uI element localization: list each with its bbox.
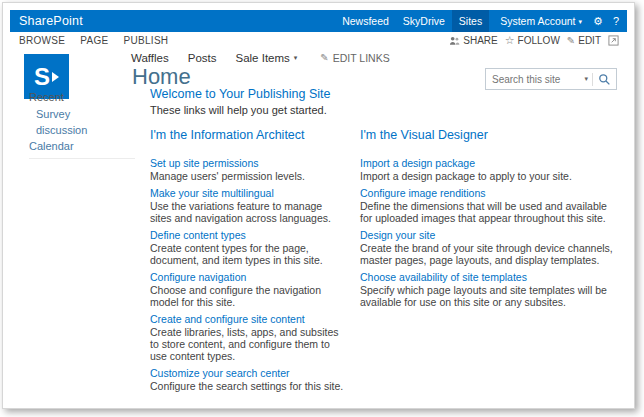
main-area: S Waffles Posts Sale Items▾ ✎EDIT LINKS … [10,49,627,401]
sidebar-divider [29,158,135,159]
list-item: Create and configure site content Create… [150,313,346,362]
column-heading: I'm the Visual Designer [360,128,616,142]
list-item: Define content types Create content type… [150,229,346,266]
list-item: Make your site multilingual Use the vari… [150,187,346,224]
link-description: Manage users' permission levels. [150,170,346,182]
search-scope-dropdown[interactable]: ▾ [580,75,592,83]
topnav-label: Posts [188,52,217,64]
edit-links-label: EDIT LINKS [333,52,390,64]
link-design-your-site[interactable]: Design your site [360,229,616,241]
ribbon-tabs: BROWSE PAGE PUBLISH [10,35,168,46]
list-item: Choose availability of site templates Sp… [360,271,616,308]
link-configure-navigation[interactable]: Configure navigation [150,271,346,283]
topnav-item-sale-items[interactable]: Sale Items▾ [235,52,297,64]
account-menu[interactable]: System Account▾ [489,10,588,32]
topnav-item-posts[interactable]: Posts [188,52,217,64]
column-heading: I'm the Information Architect [150,128,346,142]
link-description: Configure the search settings for this s… [150,380,346,392]
suite-link-newsfeed[interactable]: Newsfeed [335,10,396,32]
edit-button[interactable]: ✎ EDIT [567,35,601,46]
search-input[interactable] [486,74,580,85]
topnav-item-waffles[interactable]: Waffles [131,52,169,64]
list-item: Configure image renditions Define the di… [360,187,616,224]
tab-publish[interactable]: PUBLISH [124,35,169,46]
quick-launch-sidebar: Recent Survey discussion Calendar [29,91,135,159]
link-description: Import a design package to apply to your… [360,170,616,182]
link-description: Create libraries, lists, apps, and subsi… [150,326,346,362]
link-customize-your-search-center[interactable]: Customize your search center [150,367,346,379]
search-magnifier-icon [598,73,611,86]
suite-link-sites[interactable]: Sites [452,10,489,32]
sharepoint-brand: SharePoint [10,10,83,32]
share-label: SHARE [463,35,497,46]
screenshot-frame: SharePoint Newsfeed SkyDrive Sites Syste… [2,2,635,409]
account-name: System Account [500,15,575,27]
share-button[interactable]: SHARE [449,35,497,46]
suite-link-skydrive[interactable]: SkyDrive [396,10,452,32]
suite-nav: Newsfeed SkyDrive Sites System Account▾ … [335,10,627,32]
link-description: Use the variations feature to manage sit… [150,200,346,224]
edit-links-button[interactable]: ✎EDIT LINKS [320,52,389,64]
sidebar-item-calendar[interactable]: Calendar [29,140,135,152]
topnav-label: Waffles [131,52,169,64]
list-item: Import a design package Import a design … [360,157,616,182]
list-item: Customize your search center Configure t… [150,367,346,392]
topnav-label: Sale Items [235,52,289,64]
chevron-down-icon: ▾ [578,18,582,25]
edit-pencil-icon: ✎ [320,53,328,63]
link-define-content-types[interactable]: Define content types [150,229,346,241]
help-icon[interactable]: ? [608,10,627,32]
link-description: Create the brand of your site through de… [360,242,616,266]
welcome-subtitle: These links will help you get started. [150,104,616,116]
sharepoint-window: SharePoint Newsfeed SkyDrive Sites Syste… [10,10,627,401]
tab-page[interactable]: PAGE [80,35,108,46]
logo-arrow-icon [52,72,59,82]
sidebar-item-discussion[interactable]: discussion [36,124,135,136]
list-item: Configure navigation Choose and configur… [150,271,346,308]
edit-label: EDIT [578,35,601,46]
focus-content-icon [608,35,619,46]
link-description: Specify which page layouts and site temp… [360,284,616,308]
getting-started-columns: I'm the Information Architect Set up sit… [150,128,616,397]
link-description: Choose and configure the navigation mode… [150,284,346,308]
link-configure-image-renditions[interactable]: Configure image renditions [360,187,616,199]
sidebar-header-recent[interactable]: Recent [29,91,135,103]
page-content: Welcome to Your Publishing Site These li… [150,87,616,397]
ribbon-bar: BROWSE PAGE PUBLISH SHARE ☆ FOLLOW ✎ EDI… [10,32,627,49]
focus-content-button[interactable] [608,35,619,46]
column-information-architect: I'm the Information Architect Set up sit… [150,128,346,397]
column-visual-designer: I'm the Visual Designer Import a design … [360,128,616,397]
logo-letter: S [34,63,50,91]
settings-gear-icon[interactable]: ⚙ [588,10,608,32]
ribbon-actions: SHARE ☆ FOLLOW ✎ EDIT [449,35,627,46]
link-description: Define the dimensions that will be used … [360,200,616,224]
edit-pencil-icon: ✎ [567,36,575,46]
link-choose-availability-of-site-templates[interactable]: Choose availability of site templates [360,271,616,283]
follow-button[interactable]: ☆ FOLLOW [505,35,560,46]
follow-label: FOLLOW [518,35,560,46]
link-set-up-site-permissions[interactable]: Set up site permissions [150,157,346,169]
suite-bar: SharePoint Newsfeed SkyDrive Sites Syste… [10,10,627,32]
chevron-down-icon: ▾ [294,54,298,62]
link-import-a-design-package[interactable]: Import a design package [360,157,616,169]
link-description: Create content types for the page, docum… [150,242,346,266]
list-item: Design your site Create the brand of you… [360,229,616,266]
link-create-and-configure-site-content[interactable]: Create and configure site content [150,313,346,325]
follow-star-icon: ☆ [505,35,515,46]
sidebar-item-survey[interactable]: Survey [36,108,135,120]
tab-browse[interactable]: BROWSE [19,35,65,46]
list-item: Set up site permissions Manage users' pe… [150,157,346,182]
welcome-heading: Welcome to Your Publishing Site [150,87,616,101]
share-person-icon [449,36,460,46]
link-make-your-site-multilingual[interactable]: Make your site multilingual [150,187,346,199]
search-button[interactable] [593,73,616,86]
